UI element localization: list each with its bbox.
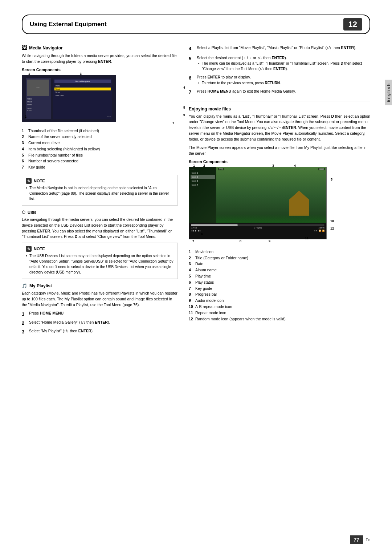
note-box-2: ✎ NOTE The USB Devices List screen may n…	[22, 243, 178, 279]
movie-callout-12: 12	[330, 227, 334, 230]
playlist-body: Each category (Movie, Music and Photo) h…	[22, 291, 178, 308]
chapter-header: Using External Equipment 12	[22, 15, 370, 34]
nav-movie: Movie	[54, 88, 111, 90]
movie-component-5: 5Play time	[189, 273, 370, 279]
nav-home: Home	[54, 84, 111, 87]
callout-6: 6	[183, 113, 185, 117]
callout-3: 3	[80, 72, 82, 76]
note-header-1: ✎ NOTE	[26, 178, 174, 184]
component-item-2: 2Name of the server currently selected	[22, 134, 178, 140]
note-title-1: NOTE	[34, 179, 45, 183]
step-3: 3 Select "My Playlist" (↑/↓ then ENTER).	[22, 328, 178, 336]
movie-callout-6: 6	[201, 232, 203, 236]
media-nav-components-list: 1Thumbnail of the file selected (if obta…	[22, 128, 178, 171]
callout-2: 2	[25, 115, 26, 118]
chapter-title: Using External Equipment	[30, 21, 107, 28]
step-4: 4 Select a Playlist list from "Movie Pla…	[189, 45, 370, 52]
note-box-1: ✎ NOTE The Media Navigator is not launch…	[22, 175, 178, 206]
side-label: English	[385, 80, 392, 105]
navigator-screenshot: IMG Video Music Photo Server: MYNAS	[22, 75, 116, 122]
component-item-3: 3Current menu level	[22, 140, 178, 146]
note-bullet-2: The USB Devices List screen may not be d…	[26, 253, 174, 275]
callout-1: 1	[28, 72, 30, 76]
nav-sidebar-text: Video Music Photo Server: MYNAS	[27, 97, 50, 112]
movie-callout-5: 5	[331, 178, 332, 181]
page-number: 77	[350, 535, 363, 544]
nav-thumbnail: IMG	[27, 80, 49, 96]
movie-callout-11: 11	[305, 236, 309, 240]
screen-components-label-2: Screen Components	[189, 159, 370, 164]
note-text-1: The Media Navigator is not launched depe…	[26, 185, 174, 202]
nav-root: Root Files	[54, 94, 111, 97]
step-2: 2 Select "Home Media Gallery" (↑/↓ then …	[22, 320, 178, 327]
note-bullet-1: The Media Navigator is not launched depe…	[26, 185, 174, 202]
movie-component-8: 8Progress bar	[189, 291, 370, 297]
movie-component-11: 11Repeat mode icon	[189, 310, 370, 316]
movie-main-area: XXXX XXXX	[216, 167, 326, 223]
movie-component-9: 9Audio mode icon	[189, 297, 370, 304]
media-navigator-header: 🖼 Media Navigator	[22, 45, 178, 51]
playlist-icon: 🎵	[22, 283, 27, 288]
enjoying-movies-body-2: The Movie Player screen appears when you…	[189, 145, 370, 157]
component-item-7: 7Key guide	[22, 164, 178, 170]
left-column: 🖼 Media Navigator While navigating throu…	[22, 45, 178, 337]
movie-callout-2: 2	[203, 164, 205, 167]
playlist-header: 🎵 My Playlist	[22, 283, 178, 288]
component-item-5: 5File number/total number of files	[22, 152, 178, 158]
note-header-2: ✎ NOTE	[26, 246, 174, 252]
movie-callout-3: 3	[272, 164, 274, 167]
callout-7: 7	[172, 121, 174, 125]
callout-4: 4	[183, 86, 185, 89]
step-1: 1 Press HOME MENU.	[22, 311, 178, 318]
movie-component-1: 1Movie icon	[189, 249, 370, 255]
playlist-title: My Playlist	[29, 283, 52, 288]
note-icon-2: ✎	[26, 246, 32, 252]
movie-callout-9: 9	[269, 239, 270, 243]
movie-component-10: 10A-B repeat mode icon	[189, 304, 370, 310]
component-item-1: 1Thumbnail of the file selected (if obta…	[22, 128, 178, 134]
movie-component-4: 4Album name	[189, 267, 370, 273]
movie-component-12: 12Random mode icon (appears when the mod…	[189, 316, 370, 322]
component-item-6: 6Number of servers connected	[22, 158, 178, 164]
movie-component-3: 3Date	[189, 261, 370, 267]
movie-left-panel: XXXX Movie 1 Movie 2 Movie 3 Movie 4	[189, 167, 216, 223]
movie-callout-4: 4	[294, 164, 296, 167]
progress-fill	[191, 224, 238, 226]
two-column-layout: 🖼 Media Navigator While navigating throu…	[22, 45, 370, 337]
nav-sidebar: IMG Video Music Photo Server: MYNAS	[26, 78, 51, 119]
usb-icon: ⬡	[22, 210, 25, 215]
movie-callout-7: 7	[192, 239, 194, 243]
page-en-label: En	[366, 538, 370, 542]
movie-top-info: XXXX XXXX	[216, 167, 326, 171]
step-6-bullet: To return to the previous screen, press …	[197, 80, 281, 86]
movie-component-7: 7Key guide	[189, 285, 370, 292]
movie-callout-10: 10	[330, 219, 334, 223]
movie-callout-1: 1	[193, 164, 195, 167]
screen-components-label-1: Screen Components	[22, 68, 178, 72]
usb-body: Like navigating through the media server…	[22, 217, 178, 240]
media-navigator-title: Media Navigator	[29, 45, 63, 50]
step-5: 5 Select the desired content (←/→ or ↑/↓…	[189, 55, 370, 72]
step-7: 7 Press HOME MENU again to exit the Home…	[189, 89, 370, 96]
right-column: 4 Select a Playlist list from "Movie Pla…	[189, 45, 370, 337]
enjoying-movies-title: Enjoying movie files	[189, 106, 231, 112]
enjoying-movies-body-1: You can display the menu as a "List", "T…	[189, 114, 370, 142]
media-navigator-icon: 🖼	[22, 45, 27, 51]
usb-header: ⬡ USB	[22, 210, 178, 215]
movie-screenshot: XXXX Movie 1 Movie 2 Movie 3 Movie 4	[189, 167, 327, 239]
page-container: Using External Equipment 12 English 🖼 Me…	[0, 0, 392, 555]
step-6: 6 Press ENTER to play or display. To ret…	[189, 74, 370, 86]
callout-5: 5	[183, 106, 185, 109]
usb-title: USB	[28, 210, 36, 215]
chapter-number: 12	[343, 18, 362, 31]
movie-info-row: 0:34:21 ▶ Playing 1:38:05	[191, 227, 324, 229]
movie-callout-8: 8	[240, 239, 241, 243]
nav-main: Media Navigator Home Movie Music Root Fi…	[53, 78, 112, 119]
nav-title: Media Navigator	[54, 80, 111, 83]
page-footer: 77 En	[350, 535, 370, 544]
note-text-2: The USB Devices List screen may not be d…	[26, 253, 174, 275]
media-navigator-body: While navigating through the folders a m…	[22, 53, 178, 65]
navigator-screenshot-area: IMG Video Music Photo Server: MYNAS	[22, 75, 178, 122]
section-divider	[189, 101, 370, 101]
movie-component-2: 2Title (Category or Folder name)	[189, 255, 370, 261]
